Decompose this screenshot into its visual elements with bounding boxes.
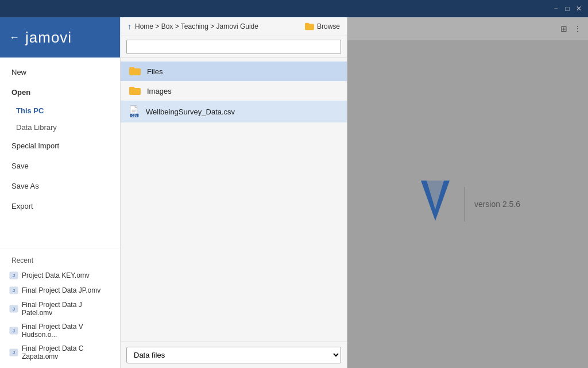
title-bar: − □ ✕ [0,0,588,17]
menu-item-special-import[interactable]: Special Import [0,136,120,156]
sidebar-menu: New Open This PC Data Library Special Im… [0,57,120,248]
menu-label-export: Export [11,202,33,210]
svg-text:CSV: CSV [131,114,137,117]
svg-text:J: J [13,307,15,311]
menu-label-open: Open [11,88,30,97]
omv-icon-2: J [9,286,18,295]
browse-label: Browse [317,22,340,30]
menu-label-special-import: Special Import [11,141,59,150]
menu-item-data-library[interactable]: Data Library [0,119,120,136]
breadcrumb-up-button[interactable]: ↑ [127,22,131,31]
file-label-wellbeing: WellbeingSurvey_Data.csv [146,108,235,116]
menu-item-open[interactable]: Open [0,82,120,102]
file-label-files: Files [147,67,163,76]
logo: jamovi [25,29,72,47]
sidebar-header: ← jamovi [0,17,120,57]
version-divider [465,187,465,221]
recent-item-5[interactable]: J Final Project Data C Zapata.omv [0,342,120,363]
search-input[interactable] [126,40,341,54]
more-icon[interactable]: ⋮ [572,23,583,34]
back-button[interactable]: ← [9,32,20,44]
search-bar [121,36,347,58]
main-center: version 2.5.6 [347,40,588,368]
recent-label: Recent [0,254,120,268]
recent-item-label-2: Final Project Data JP.omv [22,286,100,294]
app-body: ← jamovi New Open This PC Data Library S… [0,17,588,368]
recent-item-3[interactable]: J Final Project Data J Patel.omv [0,298,120,320]
file-dropdown-bar: Data files All files CSV files SPSS file… [121,342,347,368]
omv-icon-5: J [9,348,18,357]
recent-item-label-5: Final Project Data C Zapata.omv [22,344,111,361]
menu-label-new: New [11,68,26,76]
svg-text:J: J [13,351,15,355]
grid-icon[interactable]: ⊞ [558,23,570,34]
menu-item-export[interactable]: Export [0,196,120,216]
file-type-select[interactable]: Data files All files CSV files SPSS file… [126,347,341,363]
recent-item-label-1: Project Data KEY.omv [22,271,90,279]
file-panel: ↑ Home > Box > Teaching > Jamovi Guide B… [121,17,347,368]
version-text: version 2.5.6 [474,200,520,209]
omv-icon-1: J [9,271,18,280]
menu-label-save-as: Save As [11,182,39,190]
recent-item-4[interactable]: J Final Project Data V Hudson.o... [0,320,120,342]
file-list: Files Images CSV [121,58,347,342]
csv-icon: CSV [129,105,140,118]
sidebar: ← jamovi New Open This PC Data Library S… [0,17,121,368]
browse-folder-icon [304,22,315,31]
breadcrumb-bar: ↑ Home > Box > Teaching > Jamovi Guide B… [121,17,347,36]
file-label-images: Images [147,87,172,95]
folder-icon-files [129,66,141,76]
close-button[interactable]: ✕ [574,4,583,13]
main-content: ⊞ ⋮ version 2.5.6 [347,17,588,368]
menu-item-new[interactable]: New [0,62,120,82]
recent-item-2[interactable]: J Final Project Data JP.omv [0,283,120,298]
menu-label-save: Save [11,162,29,170]
maximize-button[interactable]: □ [563,4,572,13]
minimize-button[interactable]: − [551,4,560,13]
svg-text:J: J [13,274,15,278]
recent-item-1[interactable]: J Project Data KEY.omv [0,268,120,283]
browse-button[interactable]: Browse [304,22,340,31]
menu-item-this-pc[interactable]: This PC [0,102,120,119]
folder-icon-images [129,86,141,96]
file-item-files-folder[interactable]: Files [121,62,347,81]
app-window: − □ ✕ ← jamovi New Open This PC [0,0,588,368]
file-item-wellbeing-csv[interactable]: CSV WellbeingSurvey_Data.csv [121,101,347,122]
file-item-images-folder[interactable]: Images [121,81,347,101]
menu-item-save-as[interactable]: Save As [0,176,120,196]
omv-icon-4: J [9,326,18,335]
recent-item-label-3: Final Project Data J Patel.omv [22,301,111,317]
menu-label-data-library: Data Library [16,123,57,132]
recent-item-label-4: Final Project Data V Hudson.o... [22,323,111,339]
jamovi-logo [415,175,455,234]
breadcrumb-path: Home > Box > Teaching > Jamovi Guide [135,22,258,30]
main-toolbar: ⊞ ⋮ [347,17,588,40]
menu-item-save[interactable]: Save [0,156,120,176]
menu-label-this-pc: This PC [16,106,44,115]
omv-icon-3: J [9,304,18,313]
svg-text:J: J [13,329,15,333]
svg-text:J: J [13,289,15,293]
sidebar-recent: Recent J Project Data KEY.omv J Final Pr… [0,248,120,368]
